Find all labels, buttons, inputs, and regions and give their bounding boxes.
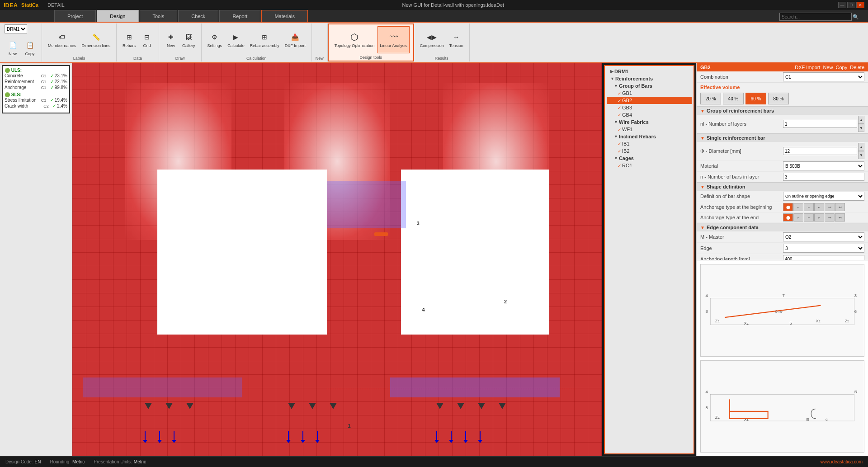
dimension-lines-button[interactable]: 📏 Dimension lines — [80, 26, 113, 53]
anch-begin-icon-1[interactable]: ⬤ — [783, 203, 793, 211]
nl-spin-down[interactable]: ▼ — [858, 124, 864, 132]
diameter-spin-down[interactable]: ▼ — [858, 151, 864, 159]
calculate-icon: ▶ — [231, 32, 241, 42]
diameter-input[interactable] — [783, 147, 857, 155]
prop-new-button[interactable]: New — [823, 65, 833, 70]
arrow-1 — [145, 431, 146, 440]
maximize-button[interactable]: □ — [847, 2, 855, 8]
copy-button[interactable]: 📋 Copy — [22, 34, 38, 61]
tree-ib2[interactable]: ✓ IB2 — [607, 147, 692, 155]
concrete-value: 23.1% — [55, 73, 67, 78]
eff-btn-80[interactable]: 80 % — [768, 93, 789, 104]
shape-def-header[interactable]: ▼ Shape definition — [697, 183, 868, 191]
tree-gb3-label: GB3 — [622, 105, 632, 110]
tree-gb4-check: ✓ — [618, 113, 621, 118]
anch-end-icon-2[interactable]: ⌐ — [793, 213, 803, 222]
anch-begin-icon-6[interactable]: ↤ — [835, 203, 845, 211]
tree-gb4[interactable]: ✓ GB4 — [607, 111, 692, 118]
prop-copy-button[interactable]: Copy — [836, 65, 848, 70]
shape-def-section: ▼ Shape definition Definition of bar sha… — [697, 183, 868, 223]
rounding-value: Metric — [72, 459, 85, 464]
tree-cages[interactable]: ▼ Cages — [607, 155, 692, 162]
anch-end-icon-6[interactable]: ↤ — [835, 213, 845, 222]
anch-end-icon-3[interactable]: ⌐ — [804, 213, 814, 222]
tree-ro1[interactable]: ✓ RO1 — [607, 162, 692, 169]
tab-tools[interactable]: Tools — [140, 10, 178, 22]
anch-begin-icon-2[interactable]: ⌐ — [793, 203, 803, 211]
tab-report[interactable]: Report — [219, 10, 260, 22]
supports-center — [284, 403, 340, 409]
eff-btn-40[interactable]: 40 % — [723, 93, 744, 104]
draw-new-icon: ✚ — [165, 32, 176, 42]
dxf-import-button[interactable]: 📥 DXF Import — [283, 26, 308, 53]
eff-btn-60[interactable]: 60 % — [745, 93, 766, 104]
scene[interactable]: 1 2 3 4 — [72, 63, 602, 456]
tree-wf1[interactable]: ✓ WF1 — [607, 126, 692, 133]
n-bars-input[interactable] — [783, 173, 864, 181]
minimize-button[interactable]: — — [838, 2, 846, 8]
edge-select[interactable]: 3 — [783, 244, 864, 253]
diameter-spin-up[interactable]: ▲ — [858, 143, 864, 151]
tree-ib1[interactable]: ✓ IB1 — [607, 140, 692, 147]
tree-gb1[interactable]: ✓ GB1 — [607, 90, 692, 97]
left-panel: 🟢 ULS: Concrete C1 ✓ 23.1% Reinforcement… — [0, 63, 72, 456]
prop-dxf-import-button[interactable]: DXF Import — [795, 65, 820, 70]
anchoring-length-input[interactable] — [783, 255, 864, 260]
tab-design[interactable]: Design — [97, 10, 138, 22]
concrete-label: Concrete — [5, 73, 40, 78]
compression-button[interactable]: ◀▶ Compression — [418, 26, 446, 53]
tree-group-of-bars[interactable]: ▼ Group of Bars — [607, 82, 692, 90]
search-input[interactable] — [779, 13, 852, 21]
tree-gb3[interactable]: ✓ GB3 — [607, 104, 692, 111]
close-button[interactable]: ✕ — [856, 2, 864, 8]
scene-num-2: 2 — [504, 299, 507, 304]
calculate-button[interactable]: ▶ Calculate — [225, 26, 247, 53]
master-select[interactable]: O2 — [783, 232, 864, 241]
nl-input[interactable] — [783, 120, 857, 128]
grid-button[interactable]: ⊟ Grid — [139, 26, 155, 53]
tab-project[interactable]: Project — [54, 10, 96, 22]
linear-analysis-button[interactable]: 〰 Linear Analysis — [377, 26, 410, 53]
prop-delete-button[interactable]: Delete — [850, 65, 864, 70]
anch-begin-icon-4[interactable]: ⌐ — [814, 203, 824, 211]
topology-optimization-button[interactable]: ⬡ Topology Optimization — [332, 26, 377, 53]
tab-check[interactable]: Check — [178, 10, 218, 22]
anch-begin-icon-3[interactable]: ⌐ — [804, 203, 814, 211]
diagram-bottom: 4 R 8 Z₁ X₁ B c — [700, 360, 864, 453]
edge-component-header[interactable]: ▼ Edge component data — [697, 223, 868, 231]
anch-end-icon-1[interactable]: ⬤ — [783, 213, 793, 222]
new-button[interactable]: 📄 New — [5, 34, 21, 61]
nl-spin-up[interactable]: ▲ — [858, 116, 864, 124]
tension-button[interactable]: ↔ Tension — [447, 26, 466, 53]
tree-reinforcements[interactable]: ▼ Reinforcements — [607, 75, 692, 82]
bar-shape-select[interactable]: On outline or opening edge — [783, 192, 864, 201]
tab-materials[interactable]: Materials — [261, 10, 308, 22]
tree-inclined-rebars[interactable]: ▼ Inclined Rebars — [607, 133, 692, 140]
footer-website: www.ideastatica.com — [821, 459, 863, 464]
single-reinf-header[interactable]: ▼ Single reinforcement bar — [697, 134, 868, 142]
rebar-assembly-button[interactable]: ⊞ Rebar assembly — [248, 26, 282, 53]
rebars-button[interactable]: ⊞ Rebars — [120, 26, 138, 53]
eff-btn-20[interactable]: 20 % — [700, 93, 721, 104]
tree-gb2[interactable]: ✓ GB2 — [607, 97, 692, 104]
group-reinf-header[interactable]: ▼ Group of reinforcement bars — [697, 107, 868, 115]
tree-root-arrow: ▶ — [610, 69, 613, 74]
nl-row: nl - Number of layers ▲ ▼ — [697, 115, 868, 133]
property-panel: GB2 DXF Import New Copy Delete Combinati… — [696, 63, 868, 456]
anch-begin-icon-5[interactable]: ↤ — [825, 203, 835, 211]
drm-select[interactable]: DRM1 — [5, 24, 27, 33]
settings-button[interactable]: ⚙ Settings — [205, 26, 225, 53]
gallery-button[interactable]: 🖼 Gallery — [180, 26, 198, 53]
combination-select[interactable]: C1 — [783, 72, 864, 81]
anch-end-icon-5[interactable]: ↤ — [825, 213, 835, 222]
draw-new-button[interactable]: ✚ New — [163, 26, 179, 53]
member-names-button[interactable]: 🏷 Member names — [46, 26, 79, 53]
anchorage-combo: C1 — [41, 85, 49, 90]
tree-gb4-label: GB4 — [622, 112, 632, 118]
tree-ro1-label: RO1 — [622, 163, 632, 168]
material-select[interactable]: B 500B — [783, 161, 864, 170]
reinforcement-combo: C1 — [41, 80, 49, 84]
effective-volume-title: Effective volume — [697, 83, 868, 91]
tree-wire-fabrics[interactable]: ▼ Wire Fabrics — [607, 118, 692, 126]
anch-end-icon-4[interactable]: ⌐ — [814, 213, 824, 222]
